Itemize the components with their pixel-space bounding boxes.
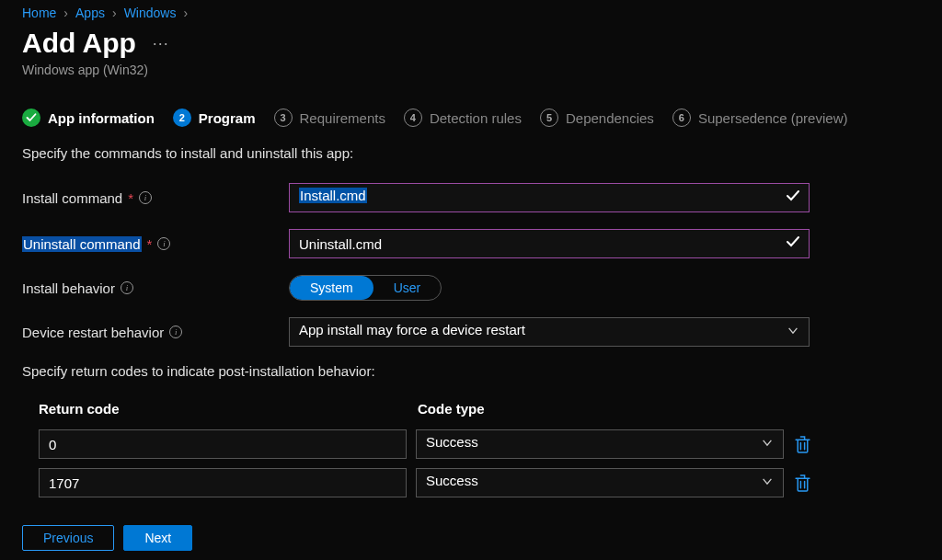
step-label: Supersedence (preview) bbox=[698, 110, 848, 126]
row-uninstall-command: Uninstall command * i bbox=[22, 229, 924, 258]
breadcrumb-windows[interactable]: Windows bbox=[124, 6, 177, 20]
delete-row-button[interactable] bbox=[793, 472, 811, 494]
wizard-footer: Previous Next bbox=[22, 525, 192, 551]
row-restart-behavior: Device restart behavior i App install ma… bbox=[22, 317, 924, 347]
row-install-behavior: Install behavior i System User bbox=[22, 275, 924, 301]
page-title: Add App bbox=[22, 28, 136, 59]
step-requirements[interactable]: 3 Requirements bbox=[274, 109, 385, 127]
step-number-icon: 4 bbox=[404, 109, 422, 127]
install-behavior-label: Install behavior bbox=[22, 280, 115, 296]
row-install-command: Install command * i Install.cmd bbox=[22, 183, 924, 212]
step-label: Program bbox=[199, 110, 256, 126]
step-label: Dependencies bbox=[566, 110, 654, 126]
code-type-value: Success bbox=[426, 473, 478, 488]
install-behavior-toggle: System User bbox=[289, 275, 442, 301]
restart-behavior-select[interactable]: App install may force a device restart bbox=[289, 317, 810, 347]
checkmark-icon bbox=[786, 189, 800, 207]
more-actions-icon[interactable]: ··· bbox=[153, 34, 169, 53]
step-supersedence[interactable]: 6 Supersedence (preview) bbox=[672, 109, 848, 127]
step-program[interactable]: 2 Program bbox=[173, 109, 256, 127]
form-instruction-2: Specify return codes to indicate post-in… bbox=[22, 363, 924, 379]
next-button[interactable]: Next bbox=[123, 525, 192, 551]
info-icon[interactable]: i bbox=[157, 237, 170, 250]
delete-row-button[interactable] bbox=[793, 433, 811, 455]
breadcrumb-apps[interactable]: Apps bbox=[75, 6, 105, 20]
restart-behavior-label: Device restart behavior bbox=[22, 325, 164, 340]
header-return-code: Return code bbox=[39, 401, 418, 417]
checkmark-icon bbox=[22, 109, 40, 127]
chevron-right-icon: › bbox=[63, 6, 68, 20]
step-dependencies[interactable]: 5 Dependencies bbox=[540, 109, 654, 127]
step-label: Detection rules bbox=[430, 110, 522, 126]
code-type-value: Success bbox=[426, 434, 478, 450]
table-row: Success bbox=[39, 468, 830, 497]
step-app-information[interactable]: App information bbox=[22, 109, 155, 127]
required-icon: * bbox=[147, 236, 153, 252]
install-command-value: Install.cmd bbox=[299, 188, 367, 203]
trash-icon bbox=[795, 474, 810, 492]
previous-button[interactable]: Previous bbox=[22, 525, 114, 551]
page-title-row: Add App ··· bbox=[22, 28, 924, 59]
install-behavior-system[interactable]: System bbox=[290, 276, 373, 300]
step-number-icon: 3 bbox=[274, 109, 293, 127]
step-number-icon: 5 bbox=[540, 109, 558, 127]
return-code-input[interactable] bbox=[39, 429, 407, 459]
step-label: Requirements bbox=[300, 110, 385, 126]
chevron-right-icon: › bbox=[112, 6, 117, 20]
step-number-icon: 6 bbox=[672, 109, 691, 127]
install-command-label: Install command bbox=[22, 190, 122, 206]
breadcrumb: Home › Apps › Windows › bbox=[22, 6, 924, 20]
code-type-select[interactable]: Success bbox=[416, 429, 784, 459]
info-icon[interactable]: i bbox=[121, 281, 133, 294]
chevron-down-icon bbox=[787, 325, 799, 340]
restart-behavior-value: App install may force a device restart bbox=[299, 322, 525, 337]
chevron-down-icon bbox=[761, 437, 774, 452]
required-icon: * bbox=[128, 190, 133, 206]
code-type-select[interactable]: Success bbox=[416, 468, 784, 497]
breadcrumb-home[interactable]: Home bbox=[22, 6, 56, 20]
wizard-steps: App information 2 Program 3 Requirements… bbox=[22, 109, 924, 127]
checkmark-icon bbox=[786, 234, 800, 253]
step-label: App information bbox=[48, 110, 155, 126]
info-icon[interactable]: i bbox=[139, 191, 152, 204]
step-detection-rules[interactable]: 4 Detection rules bbox=[404, 109, 522, 127]
uninstall-command-label: Uninstall command bbox=[22, 236, 142, 252]
chevron-right-icon: › bbox=[183, 6, 188, 20]
chevron-down-icon bbox=[761, 475, 774, 491]
info-icon[interactable]: i bbox=[169, 326, 182, 338]
step-number-icon: 2 bbox=[173, 109, 191, 127]
install-behavior-user[interactable]: User bbox=[373, 276, 442, 300]
return-code-input[interactable] bbox=[39, 468, 407, 497]
return-codes-table: Return code Code type Success Success bbox=[39, 401, 830, 497]
install-command-input[interactable]: Install.cmd bbox=[289, 183, 810, 212]
trash-icon bbox=[795, 436, 810, 453]
form-instruction-1: Specify the commands to install and unin… bbox=[22, 145, 924, 161]
page-subtitle: Windows app (Win32) bbox=[22, 63, 924, 77]
uninstall-command-input[interactable] bbox=[289, 229, 810, 258]
header-code-type: Code type bbox=[418, 401, 786, 417]
table-row: Success bbox=[39, 429, 830, 459]
